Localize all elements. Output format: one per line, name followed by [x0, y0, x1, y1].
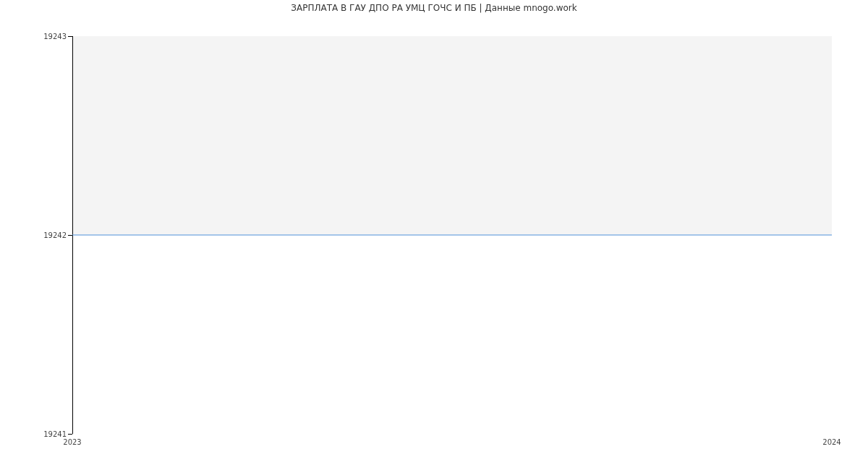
plot-area: 19243 19242 19241 2023 2024: [72, 36, 832, 434]
data-line: [72, 235, 832, 236]
y-tick-label: 19243: [43, 33, 67, 40]
x-tick-label: 2023: [63, 438, 81, 446]
fill-region: [72, 36, 832, 235]
y-tick-label: 19242: [43, 231, 67, 239]
chart-container: ЗАРПЛАТА В ГАУ ДПО РА УМЦ ГОЧС И ПБ | Да…: [0, 0, 868, 470]
y-tick: [68, 36, 72, 37]
y-tick: [68, 434, 72, 435]
x-tick-label: 2024: [822, 438, 841, 446]
y-tick-label: 19241: [43, 430, 67, 438]
chart-title: ЗАРПЛАТА В ГАУ ДПО РА УМЦ ГОЧС И ПБ | Да…: [0, 3, 868, 13]
